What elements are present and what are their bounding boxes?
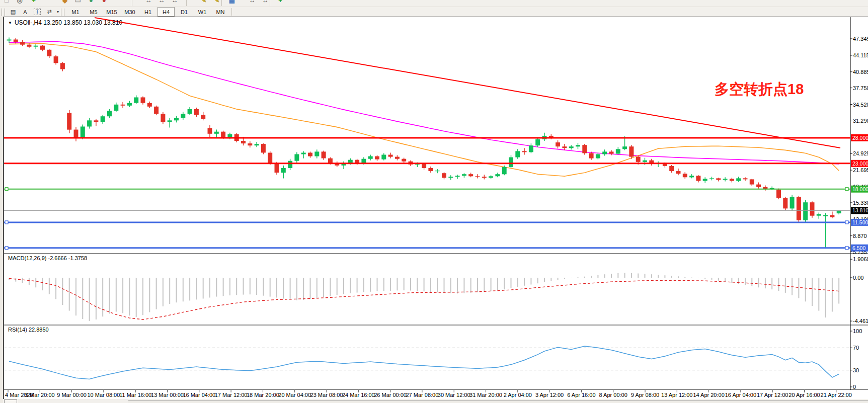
candle bbox=[47, 50, 51, 56]
chart-canvas[interactable]: 18.46512.10047.34544.11540.88537.75034.5… bbox=[4, 17, 868, 399]
toolbar: □◎+◆▭●●↔↔↔✎✎▦↔↔+ ▤AT⇄ ▾ M1M5M15M30H1H4D1… bbox=[0, 0, 868, 17]
candle bbox=[495, 174, 500, 176]
zoom-icon[interactable]: ◎ bbox=[15, 0, 24, 6]
panel-icon[interactable]: ▭ bbox=[73, 0, 83, 6]
candle bbox=[609, 151, 614, 153]
candle bbox=[569, 146, 574, 148]
crosshair-icon[interactable]: ↔ bbox=[157, 0, 166, 6]
candle bbox=[462, 174, 466, 176]
pane-divider[interactable] bbox=[4, 325, 868, 326]
chart-background bbox=[4, 17, 868, 399]
candle bbox=[716, 178, 721, 180]
stop-icon[interactable]: ● bbox=[100, 0, 109, 6]
candle bbox=[837, 210, 841, 213]
candle bbox=[556, 142, 560, 146]
macd-axis-label: 1.9069 bbox=[853, 256, 868, 262]
time-axis-label: 16 Mar 04:00 bbox=[183, 392, 215, 398]
channel-pencil-icon[interactable]: ✎ bbox=[212, 0, 221, 6]
chart-annotation-text[interactable]: 多空转折点18 bbox=[715, 79, 804, 100]
tf-button-w1[interactable]: W1 bbox=[194, 7, 211, 17]
rsi-axis-label: 30 bbox=[853, 367, 859, 373]
text-box-icon[interactable]: T bbox=[32, 8, 43, 16]
draw-objects-icon[interactable]: ⇄ bbox=[44, 8, 55, 16]
candle bbox=[736, 178, 741, 181]
candle bbox=[529, 145, 533, 152]
price-axis-label: 37.750 bbox=[853, 85, 868, 91]
palette-icon[interactable]: ▦ bbox=[227, 0, 236, 6]
tf-button-m5[interactable]: M5 bbox=[85, 7, 102, 17]
toolbar-grip[interactable] bbox=[2, 9, 5, 16]
candle bbox=[74, 130, 78, 138]
candle bbox=[636, 157, 641, 162]
candle bbox=[817, 214, 821, 216]
chart-tab-stub[interactable] bbox=[4, 399, 17, 403]
add-chart-icon[interactable]: + bbox=[29, 0, 38, 6]
arrow-style-icon[interactable]: ↔ bbox=[261, 0, 270, 6]
arrow-left-right-icon[interactable]: ↔ bbox=[248, 0, 257, 6]
time-axis-label: 16 Apr 04:00 bbox=[725, 392, 756, 398]
tf-button-m1[interactable]: M1 bbox=[67, 7, 84, 17]
trendline-pencil-icon[interactable]: ✎ bbox=[199, 0, 208, 6]
tf-button-mn[interactable]: MN bbox=[212, 7, 229, 17]
line-handle[interactable] bbox=[5, 221, 8, 224]
time-axis-label: 8 Apr 00:00 bbox=[599, 392, 627, 398]
template-grid-icon[interactable]: ▤ bbox=[8, 8, 19, 16]
line-handle[interactable] bbox=[845, 188, 848, 191]
chart-dropdown-icon[interactable]: ▼ bbox=[8, 21, 12, 25]
new-chart-icon[interactable]: □ bbox=[2, 0, 11, 6]
cursor-arrow-icon[interactable]: ↔ bbox=[144, 0, 153, 6]
candle bbox=[107, 111, 112, 116]
tf-button-h1[interactable]: H1 bbox=[139, 7, 156, 17]
macd-indicator-label: MACD(12,26,9) -2.6666 -1.3758 bbox=[8, 255, 87, 261]
candle bbox=[174, 118, 179, 120]
candle bbox=[221, 132, 225, 137]
chart-window[interactable]: 18.46512.10047.34544.11540.88537.75034.5… bbox=[3, 17, 868, 399]
text-label-icon[interactable]: A bbox=[20, 8, 31, 16]
price-axis-label: 31.290 bbox=[853, 118, 868, 124]
chevron-down-icon[interactable]: ▾ bbox=[55, 10, 60, 14]
tf-button-d1[interactable]: D1 bbox=[176, 7, 193, 17]
toolbar-grip-2[interactable] bbox=[61, 9, 64, 16]
tf-button-h4[interactable]: H4 bbox=[157, 7, 175, 17]
time-axis-label: 21 Apr 22:00 bbox=[821, 392, 852, 398]
rsi-indicator-label: RSI(14) 22.8850 bbox=[8, 327, 49, 333]
new-order-icon[interactable]: ◆ bbox=[60, 0, 69, 6]
autotrade-icon[interactable]: ● bbox=[87, 0, 96, 6]
metatrader-app: { "toolbar": { "row1_icons": [ {"name":"… bbox=[0, 0, 868, 403]
tf-button-m30[interactable]: M30 bbox=[121, 7, 138, 17]
candle bbox=[428, 168, 433, 171]
macd-axis-label: -4.4614 bbox=[853, 318, 868, 324]
time-axis-label: 18 Mar 20:00 bbox=[247, 392, 279, 398]
candle bbox=[709, 178, 714, 179]
line-handle[interactable] bbox=[5, 188, 8, 191]
candle bbox=[790, 197, 795, 208]
pane-divider[interactable] bbox=[4, 253, 868, 254]
candle bbox=[743, 178, 748, 179]
price-axis-label: 47.345 bbox=[853, 36, 868, 42]
line-handle[interactable] bbox=[5, 247, 8, 250]
tf-button-m15[interactable]: M15 bbox=[103, 7, 120, 17]
candle bbox=[294, 154, 299, 161]
candle bbox=[803, 202, 808, 220]
candle bbox=[509, 157, 513, 167]
candle bbox=[101, 116, 105, 122]
time-axis-label: 30 Mar 12:00 bbox=[438, 392, 470, 398]
candle bbox=[643, 160, 647, 162]
line-handle[interactable] bbox=[845, 247, 848, 250]
candle bbox=[515, 151, 520, 157]
line-handle[interactable] bbox=[845, 221, 848, 224]
level-28.000-box-text: 28.000 bbox=[852, 135, 868, 141]
pane-divider[interactable] bbox=[4, 389, 868, 390]
candle bbox=[810, 202, 815, 216]
add-indicator-icon[interactable]: + bbox=[276, 0, 285, 6]
candle bbox=[94, 120, 98, 122]
candle bbox=[81, 127, 85, 138]
candle bbox=[435, 171, 440, 171]
hline-tool-icon[interactable]: ↔ bbox=[170, 0, 179, 6]
candle bbox=[248, 143, 252, 145]
candle bbox=[388, 155, 393, 157]
candle bbox=[683, 174, 687, 177]
candle bbox=[622, 146, 627, 149]
candle bbox=[723, 179, 728, 180]
candle bbox=[281, 168, 286, 173]
